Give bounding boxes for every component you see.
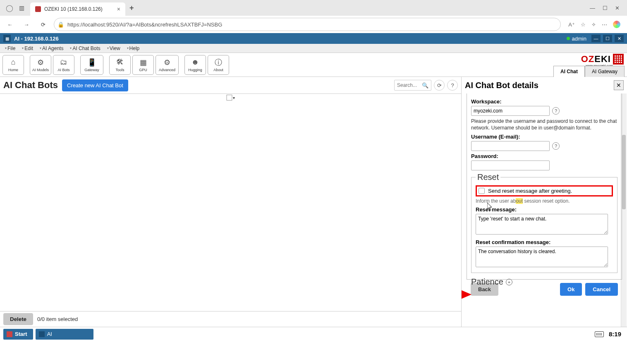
search-input[interactable] (397, 82, 422, 88)
username-help-icon[interactable]: ? (552, 142, 560, 150)
collections-icon[interactable]: ✧ (591, 22, 596, 28)
menu-ai-agents[interactable]: ▾AI Agents (36, 46, 67, 51)
profile-icon[interactable]: ◯ (6, 4, 13, 12)
hugging-icon: ☻ (191, 58, 199, 67)
menu-ai-chat-bots[interactable]: ▾AI Chat Bots (67, 46, 103, 51)
reset-section-title: Reset (476, 172, 500, 182)
close-icon: ✕ (616, 82, 621, 89)
menu-bar: ▾File ▾Edit ▾AI Agents ▾AI Chat Bots ▾Vi… (0, 44, 627, 53)
more-icon[interactable]: ⋯ (602, 22, 607, 28)
svg-marker-0 (462, 282, 471, 307)
help-button[interactable]: ? (447, 80, 458, 91)
bots-icon: 🗂 (60, 58, 67, 67)
mouse-cursor-icon (487, 203, 493, 211)
search-box[interactable]: 🔍 (394, 80, 431, 91)
start-icon (7, 331, 12, 337)
app-icon: ▦ (3, 35, 11, 42)
toolbar: ⌂Home ⚙AI Models 🗂AI Bots 📱Gateway 🛠Tool… (0, 53, 627, 77)
reset-message-label: Reset message: (476, 206, 613, 213)
tab-close-icon[interactable]: × (117, 6, 120, 12)
app-title: AI - 192.168.0.126 (14, 36, 567, 42)
workspace-label: Workspace: (471, 98, 617, 105)
reset-subtext: Inform the user about session reset opti… (476, 198, 613, 204)
tab-favicon (35, 6, 41, 12)
tool-gpu[interactable]: ▦GPU (132, 55, 154, 75)
address-bar[interactable]: 🔒 https://localhost:9520/AI/?a=AIBots&nc… (54, 18, 561, 31)
tool-ai-models[interactable]: ⚙AI Models (30, 55, 51, 75)
menu-file[interactable]: ▾File (2, 46, 19, 51)
favorite-icon[interactable]: ☆ (581, 22, 586, 28)
status-indicator-icon (567, 37, 570, 40)
menu-view[interactable]: ▾View (104, 46, 124, 51)
refresh-button[interactable]: ⟳ (434, 80, 445, 91)
advanced-icon: ⚙ (164, 58, 170, 67)
copilot-icon[interactable] (613, 21, 620, 28)
tab-title: OZEKI 10 (192.168.0.126) (44, 6, 114, 12)
os-close-icon[interactable]: ✕ (615, 5, 620, 11)
keyboard-icon[interactable] (595, 331, 604, 337)
details-title: AI Chat Bot details (465, 81, 614, 90)
credentials-help-text: Please provide the username and password… (471, 118, 617, 131)
reset-checkbox-label: Send reset message after greeting. (488, 188, 572, 194)
tool-about[interactable]: ⓘAbout (208, 55, 229, 75)
username-label: Username (E-mail): (471, 134, 617, 140)
new-tab-button[interactable]: + (125, 4, 138, 12)
patience-section-title: Patience + (471, 277, 617, 287)
start-button[interactable]: Start (3, 329, 33, 340)
home-icon: ⌂ (11, 58, 16, 67)
chat-bot-list: ▾ (0, 93, 461, 311)
reset-message-input[interactable] (476, 214, 608, 235)
tab-ai-gateway[interactable]: AI Gateway (585, 66, 625, 77)
patience-expand-icon[interactable]: + (506, 279, 512, 285)
tool-ai-bots[interactable]: 🗂AI Bots (53, 55, 74, 75)
url-text: https://localhost:9520/AI/?a=AIBots&ncre… (67, 22, 557, 28)
gateway-icon: 📱 (87, 58, 96, 67)
os-minimize-icon[interactable]: — (590, 5, 595, 11)
details-pane: AI Chat Bot details ✕ Workspace: ? Pleas… (462, 77, 627, 327)
tool-tools[interactable]: 🛠Tools (109, 55, 131, 75)
nav-back-icon[interactable]: ← (4, 19, 16, 30)
taskbar: Start AI 8:19 (0, 327, 627, 341)
delete-button[interactable]: Delete (3, 313, 33, 325)
clock: 8:19 (606, 330, 624, 338)
username-input[interactable] (471, 141, 550, 151)
search-icon[interactable]: 🔍 (422, 82, 428, 89)
menu-edit[interactable]: ▾Edit (19, 46, 36, 51)
app-maximize-icon[interactable]: ☐ (603, 35, 612, 42)
column-selector[interactable]: ▾ (226, 95, 235, 101)
tool-gateway[interactable]: 📱Gateway (80, 55, 103, 75)
gpu-icon: ▦ (140, 58, 147, 67)
nav-forward-icon[interactable]: → (21, 19, 32, 30)
tools-icon: 🛠 (116, 58, 124, 67)
tool-hugging[interactable]: ☻Hugging (184, 55, 206, 75)
gear-icon: ⚙ (37, 58, 44, 67)
sidebar-icon[interactable]: ▥ (19, 5, 24, 11)
taskbar-item-icon (39, 331, 45, 337)
password-input[interactable] (471, 160, 550, 170)
refresh-icon: ⟳ (437, 82, 442, 89)
tab-ai-chat[interactable]: AI Chat (553, 66, 585, 77)
lock-icon: 🔒 (57, 22, 64, 28)
menu-help[interactable]: ▾Help (124, 46, 143, 51)
app-title-bar: ▦ AI - 192.168.0.126 admin — ☐ ✕ (0, 33, 627, 44)
read-aloud-icon[interactable]: A⁺ (568, 22, 575, 28)
taskbar-item-ai[interactable]: AI (36, 329, 93, 340)
app-minimize-icon[interactable]: — (591, 35, 601, 42)
workspace-input[interactable] (471, 106, 550, 116)
workspace-help-icon[interactable]: ? (552, 107, 560, 115)
close-details-button[interactable]: ✕ (614, 80, 624, 90)
ozeki-logo: OZEKI (581, 54, 624, 65)
left-pane: AI Chat Bots Create new AI Chat Bot 🔍 ⟳ … (0, 77, 462, 327)
user-name[interactable]: admin (572, 36, 586, 42)
app-close-icon[interactable]: ✕ (615, 35, 624, 42)
tool-advanced[interactable]: ⚙Advanced (156, 55, 179, 75)
create-chat-bot-button[interactable]: Create new AI Chat Bot (62, 79, 128, 91)
browser-chrome: ◯ ▥ OZEKI 10 (192.168.0.126) × + — ☐ ✕ ←… (0, 0, 627, 33)
reset-checkbox-row[interactable]: Send reset message after greeting. (476, 185, 613, 196)
os-maximize-icon[interactable]: ☐ (603, 5, 608, 11)
reset-checkbox[interactable] (479, 188, 485, 194)
browser-tab[interactable]: OZEKI 10 (192.168.0.126) × (30, 2, 125, 16)
reset-confirmation-input[interactable] (476, 247, 608, 267)
tool-home[interactable]: ⌂Home (2, 55, 24, 75)
nav-reload-icon[interactable]: ⟳ (37, 19, 49, 30)
